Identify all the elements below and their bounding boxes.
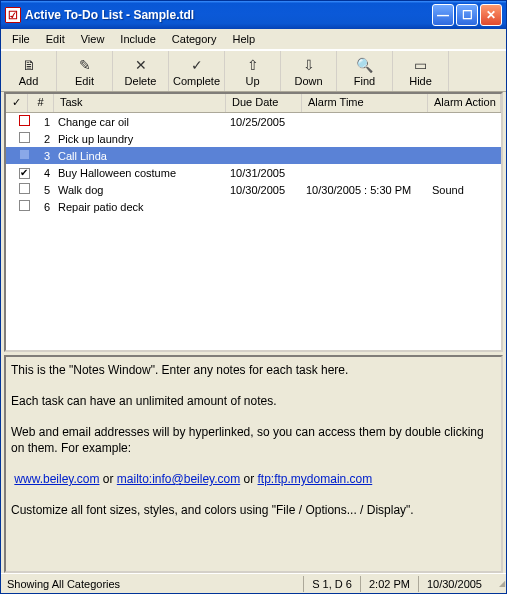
toolbar: 🗎Add✎Edit✕Delete✓Complete⇧Up⇩Down🔍Find▭H… <box>1 50 506 92</box>
notes-line: Each task can have an unlimited amount o… <box>11 394 496 410</box>
task-name: Pick up laundry <box>54 133 226 145</box>
hide-button[interactable]: ▭Hide <box>393 51 449 91</box>
statusbar: Showing All Categories S 1, D 6 2:02 PM … <box>1 573 506 593</box>
col-due-header[interactable]: Due Date <box>226 94 302 112</box>
task-due: 10/31/2005 <box>226 167 302 179</box>
task-num: 6 <box>34 201 54 213</box>
task-rows: 1Change car oil10/25/20052Pick up laundr… <box>6 113 501 350</box>
task-name: Buy Halloween costume <box>54 167 226 179</box>
menu-file[interactable]: File <box>5 31 37 47</box>
col-num-header[interactable]: # <box>28 94 54 112</box>
menu-include[interactable]: Include <box>113 31 162 47</box>
task-row[interactable]: 1Change car oil10/25/2005 <box>6 113 501 130</box>
hide-icon: ▭ <box>412 56 430 74</box>
delete-icon: ✕ <box>132 56 150 74</box>
find-icon: 🔍 <box>356 56 374 74</box>
up-icon: ⇧ <box>244 56 262 74</box>
task-num: 2 <box>34 133 54 145</box>
task-row[interactable]: 5Walk dog10/30/200510/30/2005 : 5:30 PMS… <box>6 181 501 198</box>
menu-view[interactable]: View <box>74 31 112 47</box>
col-check-header[interactable]: ✓ <box>6 94 28 112</box>
notes-line: This is the "Notes Window". Enter any no… <box>11 363 496 379</box>
add-icon: 🗎 <box>20 56 38 74</box>
complete-icon: ✓ <box>188 56 206 74</box>
status-time: 2:02 PM <box>360 576 418 592</box>
task-name: Repair patio deck <box>54 201 226 213</box>
task-checkbox[interactable] <box>19 200 30 211</box>
status-counts: S 1, D 6 <box>303 576 360 592</box>
delete-button[interactable]: ✕Delete <box>113 51 169 91</box>
task-num: 4 <box>34 167 54 179</box>
task-name: Walk dog <box>54 184 226 196</box>
edit-button-label: Edit <box>75 75 94 87</box>
resize-grip-icon[interactable]: ◢ <box>490 579 506 589</box>
close-button[interactable]: ✕ <box>480 4 502 26</box>
task-due: 10/25/2005 <box>226 116 302 128</box>
menubar: FileEditViewIncludeCategoryHelp <box>1 29 506 50</box>
maximize-button[interactable]: ☐ <box>456 4 478 26</box>
task-name: Change car oil <box>54 116 226 128</box>
task-num: 1 <box>34 116 54 128</box>
delete-button-label: Delete <box>125 75 157 87</box>
edit-button[interactable]: ✎Edit <box>57 51 113 91</box>
task-checkbox[interactable] <box>19 183 30 194</box>
app-window: ☑ Active To-Do List - Sample.tdl — ☐ ✕ F… <box>0 0 507 594</box>
status-date: 10/30/2005 <box>418 576 490 592</box>
col-task-header[interactable]: Task <box>54 94 226 112</box>
task-checkbox[interactable] <box>19 115 30 126</box>
task-row[interactable]: 6Repair patio deck <box>6 198 501 215</box>
task-row[interactable]: 3Call Linda <box>6 147 501 164</box>
notes-link-web[interactable]: www.beiley.com <box>14 472 99 486</box>
notes-panel[interactable]: This is the "Notes Window". Enter any no… <box>4 355 503 573</box>
task-num: 3 <box>34 150 54 162</box>
down-button-label: Down <box>294 75 322 87</box>
complete-button[interactable]: ✓Complete <box>169 51 225 91</box>
menu-category[interactable]: Category <box>165 31 224 47</box>
app-icon: ☑ <box>5 7 21 23</box>
minimize-button[interactable]: — <box>432 4 454 26</box>
task-alarm: 10/30/2005 : 5:30 PM <box>302 184 428 196</box>
task-due: 10/30/2005 <box>226 184 302 196</box>
menu-help[interactable]: Help <box>225 31 262 47</box>
down-icon: ⇩ <box>300 56 318 74</box>
add-button[interactable]: 🗎Add <box>1 51 57 91</box>
titlebar[interactable]: ☑ Active To-Do List - Sample.tdl — ☐ ✕ <box>1 1 506 29</box>
notes-links: www.beiley.com or mailto:info@beiley.com… <box>11 472 496 488</box>
task-row[interactable]: ✔4Buy Halloween costume10/31/2005 <box>6 164 501 181</box>
menu-edit[interactable]: Edit <box>39 31 72 47</box>
up-button-label: Up <box>245 75 259 87</box>
task-num: 5 <box>34 184 54 196</box>
task-row[interactable]: 2Pick up laundry <box>6 130 501 147</box>
col-alarm-header[interactable]: Alarm Time <box>302 94 428 112</box>
window-title: Active To-Do List - Sample.tdl <box>25 8 432 22</box>
task-list: ✓ # Task Due Date Alarm Time Alarm Actio… <box>4 92 503 352</box>
task-name: Call Linda <box>54 150 226 162</box>
down-button[interactable]: ⇩Down <box>281 51 337 91</box>
add-button-label: Add <box>19 75 39 87</box>
notes-line: Web and email addresses will by hyperlin… <box>11 425 496 456</box>
complete-button-label: Complete <box>173 75 220 87</box>
task-checkbox[interactable]: ✔ <box>19 168 30 179</box>
notes-line: Customize all font sizes, styles, and co… <box>11 503 496 519</box>
notes-link-ftp[interactable]: ftp:ftp.mydomain.com <box>258 472 373 486</box>
task-checkbox[interactable] <box>19 132 30 143</box>
up-button[interactable]: ⇧Up <box>225 51 281 91</box>
notes-link-mail[interactable]: mailto:info@beiley.com <box>117 472 240 486</box>
column-header-row[interactable]: ✓ # Task Due Date Alarm Time Alarm Actio… <box>6 94 501 113</box>
task-checkbox[interactable] <box>19 149 30 160</box>
task-action: Sound <box>428 184 501 196</box>
find-button[interactable]: 🔍Find <box>337 51 393 91</box>
status-categories: Showing All Categories <box>1 576 303 592</box>
find-button-label: Find <box>354 75 375 87</box>
edit-icon: ✎ <box>76 56 94 74</box>
hide-button-label: Hide <box>409 75 432 87</box>
col-action-header[interactable]: Alarm Action <box>428 94 501 112</box>
